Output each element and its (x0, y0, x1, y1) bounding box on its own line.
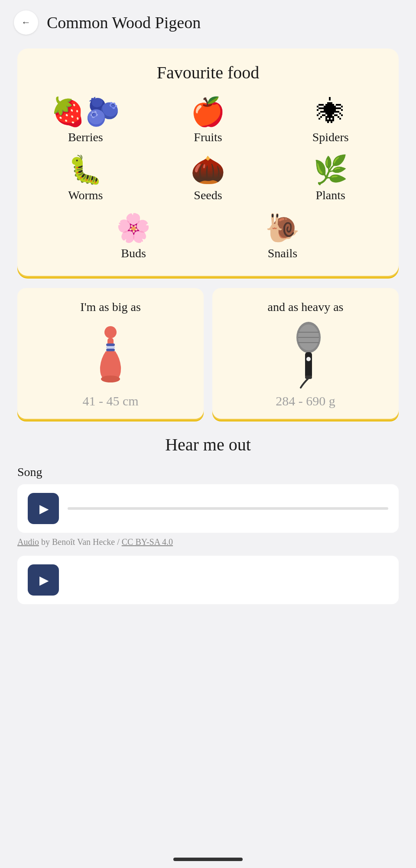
worms-label: Worms (68, 188, 103, 202)
bowling-pin-visual (93, 319, 128, 389)
page-title: Common Wood Pigeon (47, 13, 201, 32)
food-card-title: Favourite food (28, 62, 388, 83)
spiders-icon: 🕷 (317, 98, 344, 126)
hear-section: Hear me out Song ▶ Audio by Benoît Van H… (17, 434, 399, 604)
weight-card: and as heavy as (212, 288, 399, 419)
size-subtitle: I'm as big as (80, 300, 141, 314)
hear-title: Hear me out (17, 434, 399, 455)
food-item-seeds: 🌰 Seeds (150, 156, 266, 202)
svg-point-5 (101, 376, 120, 382)
audio-player-1: ▶ (17, 484, 399, 533)
size-weight-row: I'm as big as 41 - 45 cm (17, 288, 399, 419)
snails-icon: 🐌 (265, 214, 300, 242)
food-item-plants: 🌿 Plants (273, 156, 388, 202)
size-card: I'm as big as 41 - 45 cm (17, 288, 204, 419)
berries-icon: 🍓🫐 (51, 98, 120, 126)
food-grid-top: 🍓🫐 Berries 🍎 Fruits 🕷 Spiders 🐛 Worms 🌰 (28, 98, 388, 202)
license-link[interactable]: CC BY-SA 4.0 (122, 537, 173, 547)
play-button-1[interactable]: ▶ (28, 493, 59, 524)
audio-link[interactable]: Audio (17, 537, 39, 547)
food-item-spiders: 🕷 Spiders (273, 98, 388, 144)
svg-rect-11 (305, 352, 312, 378)
audio-progress-bar-1[interactable] (68, 507, 388, 510)
food-item-berries: 🍓🫐 Berries (28, 98, 143, 144)
fruits-icon: 🍎 (191, 98, 225, 126)
seeds-label: Seeds (194, 188, 222, 202)
spiders-label: Spiders (312, 130, 349, 144)
svg-point-12 (306, 357, 311, 361)
buds-icon: 🌸 (116, 214, 151, 242)
svg-rect-4 (106, 349, 115, 351)
size-value: 41 - 45 cm (82, 394, 138, 408)
plants-icon: 🌿 (313, 156, 348, 184)
plants-label: Plants (315, 188, 345, 202)
food-item-buds: 🌸 Buds (62, 214, 205, 260)
play-icon-1: ▶ (39, 502, 49, 516)
svg-rect-3 (106, 346, 115, 349)
favourite-food-card: Favourite food 🍓🫐 Berries 🍎 Fruits 🕷 Spi… (17, 49, 399, 276)
svg-point-0 (104, 326, 117, 338)
svg-rect-2 (106, 343, 115, 346)
play-button-2[interactable]: ▶ (28, 564, 59, 596)
food-item-snails: 🐌 Snails (211, 214, 354, 260)
food-grid-bottom: 🌸 Buds 🐌 Snails (28, 214, 388, 260)
back-button[interactable]: ← (14, 10, 38, 35)
audio-player-2: ▶ (17, 556, 399, 604)
food-item-fruits: 🍎 Fruits (150, 98, 266, 144)
worms-icon: 🐛 (68, 156, 103, 184)
home-indicator (173, 858, 243, 861)
berries-label: Berries (68, 130, 103, 144)
seeds-icon: 🌰 (191, 156, 225, 184)
fruits-label: Fruits (194, 130, 222, 144)
main-content: Favourite food 🍓🫐 Berries 🍎 Fruits 🕷 Spi… (0, 42, 416, 622)
svg-rect-13 (305, 376, 312, 379)
back-arrow-icon: ← (21, 17, 31, 28)
snails-label: Snails (268, 246, 297, 260)
weight-subtitle: and as heavy as (268, 300, 344, 314)
bottom-bar (0, 851, 416, 868)
header: ← Common Wood Pigeon (0, 0, 416, 42)
microphone-visual (282, 319, 329, 389)
audio-attribution: Audio by Benoît Van Hecke / CC BY-SA 4.0 (17, 537, 399, 547)
play-icon-2: ▶ (39, 573, 49, 587)
food-item-worms: 🐛 Worms (28, 156, 143, 202)
buds-label: Buds (121, 246, 146, 260)
song-label: Song (17, 465, 399, 479)
weight-value: 284 - 690 g (276, 394, 335, 408)
